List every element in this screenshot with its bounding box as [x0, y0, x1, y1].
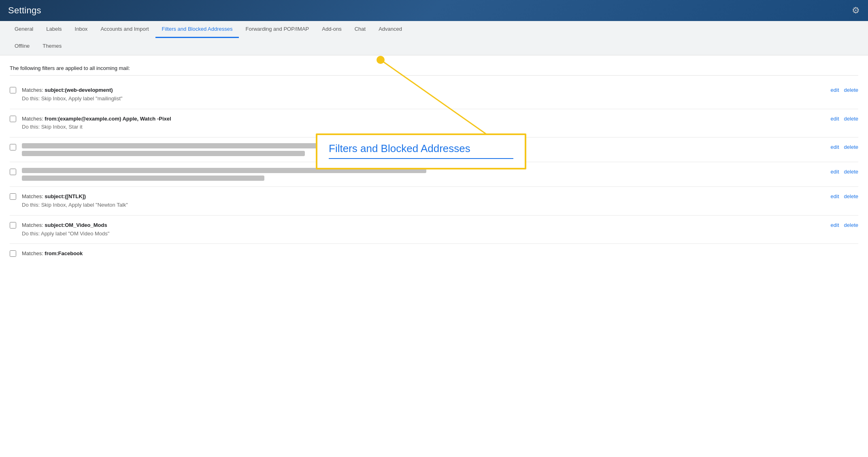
- filter-checkbox-3[interactable]: [10, 144, 16, 150]
- edit-button-1[interactable]: edit: [831, 87, 839, 93]
- filter-action-6: Do this: Apply label "OM Video Mods": [22, 230, 831, 238]
- filter-row: Matches: subject:([NTLK]) Do this: Skip …: [10, 187, 858, 216]
- tab-general[interactable]: General: [8, 21, 40, 38]
- filter-row: Matches: from:(example@example.com) Appl…: [10, 109, 858, 138]
- tab-offline[interactable]: Offline: [8, 38, 36, 55]
- delete-button-6[interactable]: delete: [844, 222, 858, 228]
- filter-match-5: Matches: subject:([NTLK]): [22, 193, 831, 201]
- delete-button-5[interactable]: delete: [844, 193, 858, 199]
- tab-accounts-import[interactable]: Accounts and Import: [94, 21, 155, 38]
- filter-action-1: Do this: Skip Inbox, Apply label "mailin…: [22, 95, 831, 103]
- tab-themes[interactable]: Themes: [36, 38, 68, 55]
- section-description: The following filters are applied to all…: [10, 65, 858, 76]
- tab-advanced[interactable]: Advanced: [372, 21, 408, 38]
- blurred-content-4: [22, 168, 831, 181]
- edit-button-3[interactable]: edit: [831, 144, 839, 150]
- filter-checkbox-2[interactable]: [10, 116, 16, 122]
- tab-addons[interactable]: Add-ons: [315, 21, 348, 38]
- filter-content-blurred-3: [22, 143, 831, 156]
- filter-content-5: Matches: subject:([NTLK]) Do this: Skip …: [22, 193, 831, 209]
- filter-actions-3: edit delete: [831, 143, 858, 150]
- nav-tabs-row2: Offline Themes: [8, 38, 860, 55]
- blurred-content-3: [22, 143, 831, 156]
- tab-chat[interactable]: Chat: [348, 21, 372, 38]
- filter-checkbox-6[interactable]: [10, 222, 16, 228]
- filter-actions-2: edit delete: [831, 115, 858, 122]
- delete-button-4[interactable]: delete: [844, 169, 858, 175]
- delete-button-2[interactable]: delete: [844, 116, 858, 122]
- blur-line: [22, 151, 305, 156]
- filter-content-1: Matches: subject:(web-development) Do th…: [22, 86, 831, 103]
- filter-content-2: Matches: from:(example@example.com) Appl…: [22, 115, 831, 132]
- tab-inbox[interactable]: Inbox: [68, 21, 94, 38]
- nav-tabs-row1: General Labels Inbox Accounts and Import…: [8, 21, 860, 38]
- blur-line: [22, 176, 264, 181]
- main-content: The following filters are applied to all…: [0, 55, 868, 457]
- filter-actions-5: edit delete: [831, 193, 858, 199]
- filter-actions-6: edit delete: [831, 221, 858, 228]
- filter-row: Matches: subject:OM_Video_Mods Do this: …: [10, 216, 858, 244]
- filter-actions-1: edit delete: [831, 86, 858, 93]
- filter-row: Matches: subject:(web-development) Do th…: [10, 80, 858, 109]
- filter-row: edit delete: [10, 162, 858, 187]
- filter-match-6: Matches: subject:OM_Video_Mods: [22, 221, 831, 230]
- filter-action-5: Do this: Skip Inbox, Apply label "Newton…: [22, 201, 831, 209]
- header-bar: Settings ⚙: [0, 0, 868, 21]
- gear-icon[interactable]: ⚙: [852, 5, 860, 16]
- tab-forwarding-pop[interactable]: Forwarding and POP/IMAP: [239, 21, 315, 38]
- filter-checkbox-5[interactable]: [10, 193, 16, 200]
- filter-row: Matches: from:Facebook: [10, 244, 858, 264]
- filter-actions-4: edit delete: [831, 168, 858, 175]
- filter-match-2: Matches: from:(example@example.com) Appl…: [22, 115, 831, 123]
- filter-content-7: Matches: from:Facebook: [22, 250, 858, 258]
- tab-labels[interactable]: Labels: [40, 21, 68, 38]
- blur-line: [22, 168, 426, 173]
- edit-button-2[interactable]: edit: [831, 116, 839, 122]
- blur-line: [22, 143, 467, 148]
- filter-content-blurred-4: [22, 168, 831, 181]
- filter-match-1: Matches: subject:(web-development): [22, 86, 831, 95]
- filter-row: edit delete: [10, 138, 858, 162]
- filter-checkbox-7[interactable]: [10, 250, 16, 257]
- delete-button-3[interactable]: delete: [844, 144, 858, 150]
- filter-content-6: Matches: subject:OM_Video_Mods Do this: …: [22, 221, 831, 238]
- page-title: Settings: [8, 5, 41, 16]
- filter-checkbox-1[interactable]: [10, 87, 16, 93]
- delete-button-1[interactable]: delete: [844, 87, 858, 93]
- filter-match-7: Matches: from:Facebook: [22, 250, 858, 258]
- nav-tabs: General Labels Inbox Accounts and Import…: [0, 21, 868, 55]
- filter-action-2: Do this: Skip Inbox, Star it: [22, 123, 831, 131]
- edit-button-6[interactable]: edit: [831, 222, 839, 228]
- edit-button-4[interactable]: edit: [831, 169, 839, 175]
- tab-filters-blocked[interactable]: Filters and Blocked Addresses: [155, 21, 239, 38]
- edit-button-5[interactable]: edit: [831, 193, 839, 199]
- filter-checkbox-4[interactable]: [10, 169, 16, 175]
